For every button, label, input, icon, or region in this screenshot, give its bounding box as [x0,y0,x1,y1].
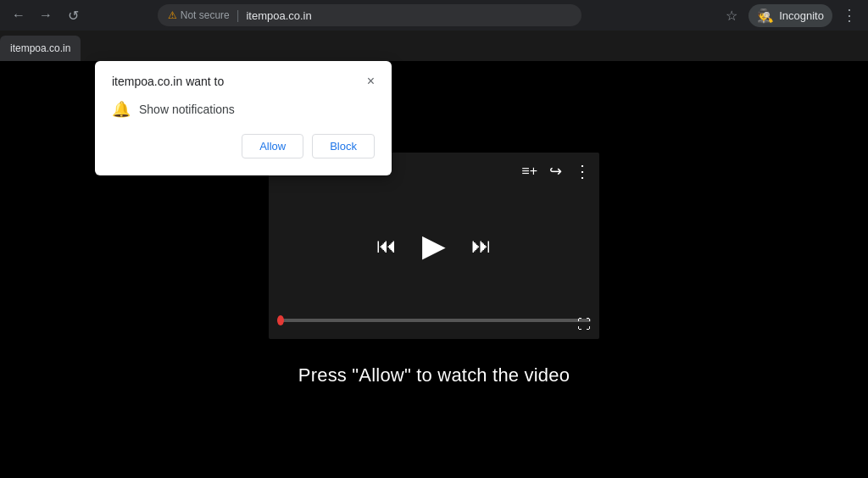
block-button[interactable]: Block [312,134,375,158]
active-tab[interactable]: itempoa.co.in [0,36,81,61]
previous-button[interactable]: ⏮ [376,234,397,258]
popup-close-button[interactable]: × [367,75,375,88]
bookmark-button[interactable]: ☆ [720,3,743,27]
popup-title: itempoa.co.in want to [112,75,224,88]
tab-title: itempoa.co.in [10,42,70,54]
next-button[interactable]: ⏭ [471,234,492,258]
chrome-toolbar: ← → ↺ ⚠ Not secure | itempoa.co.in ☆ 🕵 I… [0,0,868,31]
share-icon[interactable]: ↪ [549,162,562,181]
video-top-controls: ≡+ ↪ ⋮ [521,161,591,181]
progress-indicator [277,315,284,325]
add-to-queue-icon[interactable]: ≡+ [521,164,537,179]
fullscreen-button[interactable]: ⛶ [577,317,591,332]
video-progress-bar[interactable] [269,319,599,322]
bar-right: ☆ 🕵 Incognito ⋮ [720,3,861,27]
press-allow-text: Press "Allow" to watch the video [298,364,570,386]
chrome-menu-button[interactable]: ⋮ [837,3,861,27]
progress-track[interactable] [277,319,591,322]
more-options-icon[interactable]: ⋮ [574,161,591,181]
back-button[interactable]: ← [7,3,31,27]
notification-popup: itempoa.co.in want to × 🔔 Show notificat… [95,61,392,175]
incognito-label: Incognito [779,9,824,22]
video-player: ⌄ ≡+ ↪ ⋮ ⏮ ▶ ⏭ ⛶ [269,153,599,339]
bell-icon: 🔔 [112,100,131,119]
play-button[interactable]: ▶ [422,228,446,264]
reload-button[interactable]: ↺ [61,3,85,27]
nav-buttons: ← → ↺ [7,3,85,27]
not-secure-label: Not secure [181,9,230,21]
incognito-icon: 🕵 [757,8,774,24]
popup-header: itempoa.co.in want to × [112,75,375,88]
address-bar[interactable]: ⚠ Not secure | itempoa.co.in [158,4,581,26]
warning-icon: ⚠ [168,9,177,21]
url-text: itempoa.co.in [246,9,311,22]
video-center-controls: ⏮ ▶ ⏭ [376,228,492,264]
tab-bar: itempoa.co.in [0,31,868,61]
address-divider: | [236,8,240,22]
notification-label: Show notifications [139,103,235,116]
notification-row: 🔔 Show notifications [112,100,375,119]
incognito-badge[interactable]: 🕵 Incognito [748,4,832,27]
allow-button[interactable]: Allow [242,134,303,158]
popup-actions: Allow Block [112,134,375,158]
not-secure-indicator: ⚠ Not secure [168,9,230,21]
forward-button[interactable]: → [34,3,58,27]
